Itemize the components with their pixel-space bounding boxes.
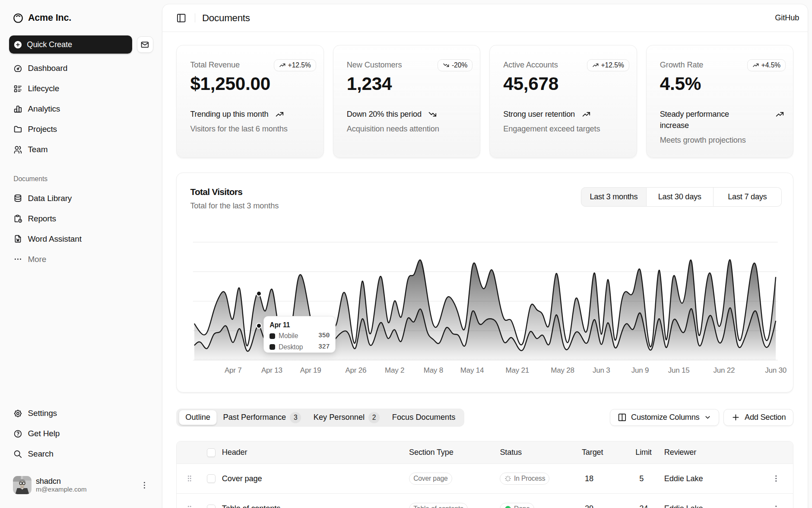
svg-text:Apr 13: Apr 13 xyxy=(261,366,282,374)
svg-text:Jun 9: Jun 9 xyxy=(631,366,649,374)
svg-text:Apr 26: Apr 26 xyxy=(346,366,367,374)
svg-text:Jun 3: Jun 3 xyxy=(593,366,610,374)
svg-text:Apr 7: Apr 7 xyxy=(225,366,242,374)
svg-text:May 28: May 28 xyxy=(551,366,574,374)
svg-text:May 21: May 21 xyxy=(506,366,530,374)
svg-text:May 2: May 2 xyxy=(385,366,404,374)
svg-text:Apr 19: Apr 19 xyxy=(300,366,321,374)
svg-text:May 14: May 14 xyxy=(460,366,484,374)
svg-text:Jun 30: Jun 30 xyxy=(765,366,787,374)
svg-text:Jun 22: Jun 22 xyxy=(714,366,735,374)
svg-text:May 8: May 8 xyxy=(424,366,443,374)
svg-text:Jun 15: Jun 15 xyxy=(668,366,690,374)
